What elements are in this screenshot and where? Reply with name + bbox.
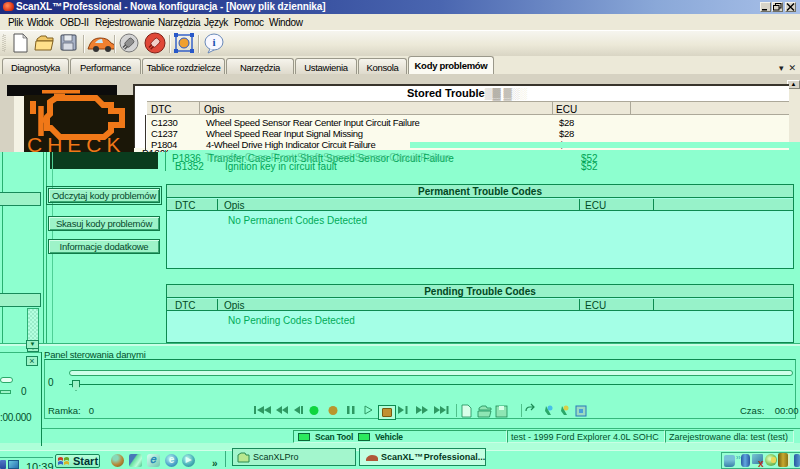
svg-text:i: i bbox=[212, 36, 215, 48]
